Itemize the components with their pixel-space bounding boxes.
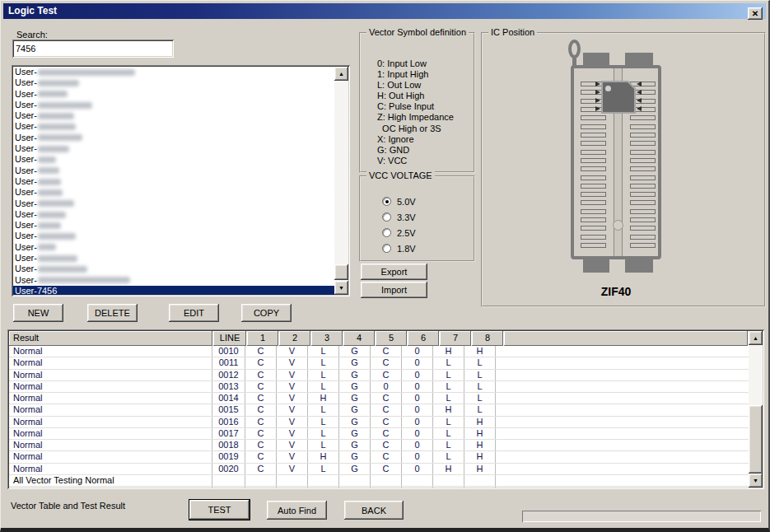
radio-icon[interactable] bbox=[382, 228, 391, 237]
table-cell: V bbox=[277, 451, 308, 462]
table-cell: H bbox=[464, 428, 496, 439]
table-row[interactable]: Normal0012CVLGC0LL bbox=[9, 370, 749, 381]
table-row[interactable]: Normal0019CVHGC0LH bbox=[9, 451, 749, 463]
edit-button[interactable]: EDIT bbox=[169, 304, 219, 322]
scroll-down-icon[interactable]: ▼ bbox=[334, 281, 348, 295]
list-item[interactable]: User- bbox=[13, 110, 334, 121]
vcc-option[interactable]: 1.8V bbox=[382, 240, 416, 256]
table-scrollbar[interactable]: ▲ ▼ bbox=[749, 331, 763, 488]
list-item[interactable]: User- bbox=[13, 275, 334, 286]
pin-slot-left bbox=[581, 235, 606, 240]
list-item[interactable]: User- bbox=[13, 176, 334, 187]
delete-button[interactable]: DELETE bbox=[87, 304, 138, 322]
scrollbar-track[interactable] bbox=[334, 81, 348, 281]
table-row[interactable]: Normal0011CVLGC0LL bbox=[9, 357, 749, 369]
column-header[interactable]: 6 bbox=[408, 331, 439, 346]
list-item-redacted-text bbox=[38, 277, 130, 283]
table-scrollbar-thumb[interactable] bbox=[749, 405, 763, 474]
auto-find-button[interactable]: Auto Find bbox=[267, 501, 327, 520]
list-item-prefix: User- bbox=[15, 77, 37, 88]
scroll-up-icon[interactable]: ▲ bbox=[334, 67, 348, 81]
list-item[interactable]: User- bbox=[13, 77, 334, 88]
list-item-selected[interactable]: User-7456 bbox=[13, 286, 334, 295]
list-item-redacted-text bbox=[38, 222, 61, 229]
column-header[interactable]: 3 bbox=[311, 331, 343, 346]
vcc-option[interactable]: 5.0V bbox=[382, 194, 416, 209]
table-cell: H bbox=[308, 451, 339, 462]
list-item[interactable]: User- bbox=[13, 220, 334, 231]
device-listbox[interactable]: User-User-User-User-User-User-User-User-… bbox=[12, 65, 350, 296]
list-item[interactable]: User- bbox=[13, 209, 334, 220]
table-row[interactable]: All Vector Testing Normal bbox=[9, 475, 749, 487]
list-item[interactable]: User- bbox=[13, 242, 334, 253]
table-cell: 0014 bbox=[212, 393, 245, 404]
vcc-option[interactable]: 3.3V bbox=[382, 209, 416, 225]
column-header[interactable]: Result bbox=[9, 331, 212, 346]
pin-slot-left bbox=[581, 192, 606, 197]
socket-name-label: ZIF40 bbox=[571, 285, 661, 298]
list-item[interactable]: User- bbox=[13, 67, 334, 77]
list-item[interactable]: User- bbox=[13, 187, 334, 198]
table-row[interactable]: Normal0015CVLGC0HL bbox=[9, 404, 749, 416]
export-button[interactable]: Export bbox=[361, 264, 427, 280]
scrollbar-thumb[interactable] bbox=[334, 264, 348, 280]
radio-icon[interactable] bbox=[382, 197, 391, 206]
list-item[interactable]: User- bbox=[13, 253, 334, 264]
table-row[interactable]: Normal0013CVLG00LL bbox=[9, 381, 749, 393]
column-header[interactable]: 5 bbox=[376, 331, 407, 346]
pin-slot-right bbox=[630, 200, 656, 205]
copy-button[interactable]: COPY bbox=[241, 304, 292, 322]
table-row[interactable]: Normal0018CVLGC0LH bbox=[9, 440, 749, 451]
list-item[interactable]: User- bbox=[13, 89, 334, 100]
result-table[interactable]: ResultLINE12345678 Normal0010CVLGC0HHNor… bbox=[7, 329, 764, 489]
table-row[interactable]: Normal0014CVHGC0LL bbox=[9, 393, 749, 404]
table-cell: 0 bbox=[402, 357, 433, 368]
radio-icon[interactable] bbox=[382, 212, 391, 222]
table-row[interactable]: Normal0010CVLGC0HH bbox=[9, 346, 749, 357]
table-row[interactable]: Normal0016CVLGC0LH bbox=[9, 417, 749, 428]
device-list-scrollbar[interactable]: ▲ ▼ bbox=[334, 67, 348, 295]
table-cell: L bbox=[433, 357, 464, 368]
table-cell: 0 bbox=[402, 381, 433, 392]
vcc-option-label: 1.8V bbox=[397, 244, 416, 254]
list-item[interactable]: User- bbox=[13, 121, 334, 132]
table-cell: H bbox=[464, 417, 496, 427]
test-button[interactable]: TEST bbox=[189, 499, 250, 520]
table-cell bbox=[464, 475, 496, 486]
column-header[interactable]: 4 bbox=[343, 331, 375, 346]
import-button[interactable]: Import bbox=[361, 282, 427, 298]
list-item[interactable]: User- bbox=[13, 264, 334, 274]
list-item[interactable]: User- bbox=[13, 100, 334, 110]
new-button[interactable]: NEW bbox=[13, 304, 63, 322]
table-cell: C bbox=[245, 428, 277, 439]
table-cell: C bbox=[245, 440, 277, 450]
column-header[interactable]: 7 bbox=[440, 331, 471, 346]
close-icon[interactable]: ✕ bbox=[748, 7, 763, 20]
column-header[interactable]: 2 bbox=[279, 331, 310, 346]
ic-position-title: IC Position bbox=[488, 27, 537, 37]
column-header[interactable]: 1 bbox=[247, 331, 278, 346]
list-item[interactable]: User- bbox=[13, 133, 334, 143]
table-cell: All Vector Testing Normal bbox=[9, 475, 212, 486]
table-cell: V bbox=[277, 440, 308, 450]
radio-icon[interactable] bbox=[382, 244, 391, 253]
list-item[interactable]: User- bbox=[13, 166, 334, 176]
search-input[interactable] bbox=[12, 40, 174, 58]
list-item-redacted-text bbox=[38, 102, 92, 109]
column-header[interactable]: 8 bbox=[472, 331, 503, 346]
list-item[interactable]: User- bbox=[13, 198, 334, 209]
table-scroll-down-icon[interactable]: ▼ bbox=[749, 474, 763, 488]
table-cell bbox=[496, 393, 749, 404]
back-button[interactable]: BACK bbox=[344, 501, 404, 520]
vcc-option[interactable]: 2.5V bbox=[382, 225, 416, 240]
list-item[interactable]: User- bbox=[13, 231, 334, 241]
table-scroll-up-icon[interactable]: ▲ bbox=[749, 331, 763, 345]
column-header[interactable]: LINE bbox=[213, 331, 246, 346]
list-item[interactable]: User- bbox=[13, 143, 334, 154]
table-cell: C bbox=[245, 370, 277, 380]
table-cell: L bbox=[464, 404, 496, 415]
table-row[interactable]: Normal0020CVLGC0HH bbox=[9, 464, 749, 475]
table-row[interactable]: Normal0017CVLGC0LH bbox=[9, 428, 749, 440]
list-item[interactable]: User- bbox=[13, 154, 334, 165]
table-row[interactable] bbox=[9, 487, 749, 488]
